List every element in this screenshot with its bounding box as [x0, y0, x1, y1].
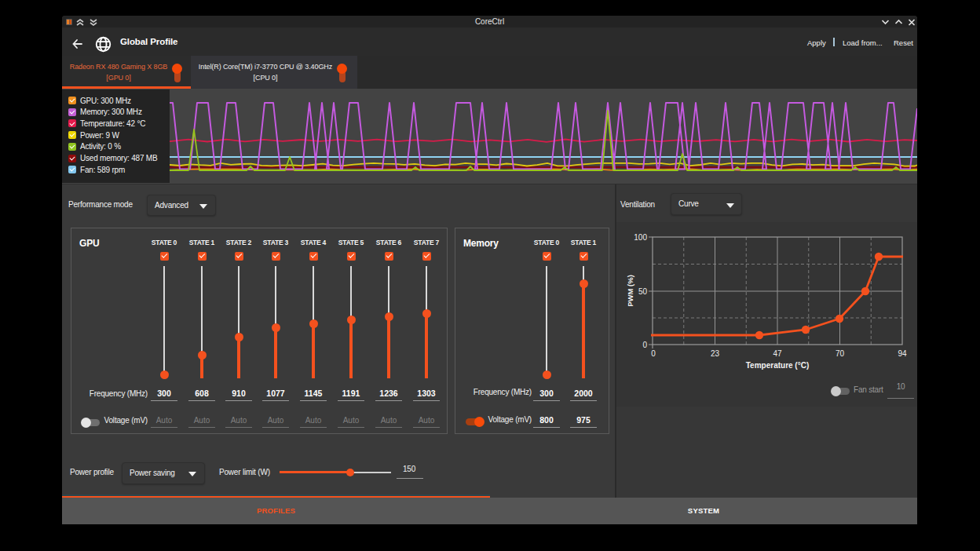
svg-text:47: 47: [773, 349, 782, 358]
svg-text:100: 100: [634, 233, 647, 242]
svg-text:94: 94: [898, 349, 907, 358]
svg-text:0: 0: [651, 349, 656, 358]
svg-text:23: 23: [711, 349, 720, 358]
svg-text:0: 0: [642, 341, 647, 349]
svg-text:PWM (%): PWM (%): [626, 275, 634, 307]
svg-text:Temperature (°C): Temperature (°C): [746, 361, 810, 370]
svg-text:70: 70: [836, 349, 845, 358]
svg-text:50: 50: [638, 287, 648, 296]
